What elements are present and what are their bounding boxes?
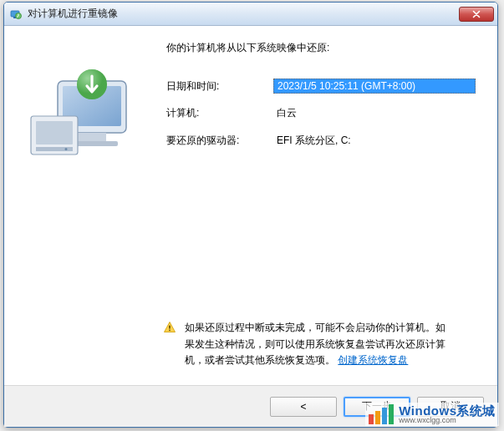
- svg-point-15: [169, 330, 171, 332]
- info-row-datetime: 日期和时间: 2023/1/5 10:25:11 (GMT+8:00): [166, 79, 476, 94]
- app-icon: [9, 8, 23, 21]
- close-button[interactable]: [459, 7, 494, 22]
- drives-label: 要还原的驱动器:: [166, 134, 273, 148]
- create-recovery-disc-link[interactable]: 创建系统恢复盘: [338, 354, 408, 366]
- watermark-sub: www.wxclgg.com: [399, 417, 496, 424]
- datetime-label: 日期和时间:: [166, 79, 273, 94]
- back-button[interactable]: <: [270, 397, 337, 417]
- watermark-text: Windows系统城 www.wxclgg.com: [399, 404, 496, 424]
- left-column: [26, 41, 143, 385]
- drives-value: EFI 系统分区, C:: [273, 133, 476, 149]
- reimage-dialog: 对计算机进行重镜像: [3, 2, 498, 428]
- content-area: 你的计算机将从以下系统映像中还原: 日期和时间: 2023/1/5 10:25:…: [4, 26, 497, 385]
- warning-block: 如果还原过程中断或未完成，可能不会启动你的计算机。如果发生这种情况，则可以使用系…: [163, 320, 449, 368]
- window-title: 对计算机进行重镜像: [28, 7, 459, 21]
- info-row-computer: 计算机: 白云: [166, 105, 476, 121]
- computer-restore-icon: [26, 165, 143, 177]
- main-heading: 你的计算机将从以下系统映像中还原:: [166, 41, 476, 55]
- svg-rect-9: [36, 121, 73, 145]
- close-icon: [472, 10, 481, 18]
- watermark: Windows系统城 www.wxclgg.com: [365, 403, 499, 426]
- svg-rect-14: [169, 326, 171, 329]
- computer-value: 白云: [273, 105, 476, 121]
- warning-icon: [163, 321, 176, 334]
- computer-label: 计算机:: [166, 106, 273, 120]
- warning-text: 如果还原过程中断或未完成，可能不会启动你的计算机。如果发生这种情况，则可以使用系…: [185, 320, 449, 368]
- watermark-main: Windows系统城: [399, 404, 496, 417]
- titlebar: 对计算机进行重镜像: [4, 3, 497, 26]
- info-row-drives: 要还原的驱动器: EFI 系统分区, C:: [166, 133, 476, 149]
- svg-rect-6: [78, 133, 106, 141]
- svg-point-11: [65, 148, 68, 150]
- datetime-value[interactable]: 2023/1/5 10:25:11 (GMT+8:00): [273, 79, 476, 94]
- watermark-bars-icon: [369, 404, 394, 424]
